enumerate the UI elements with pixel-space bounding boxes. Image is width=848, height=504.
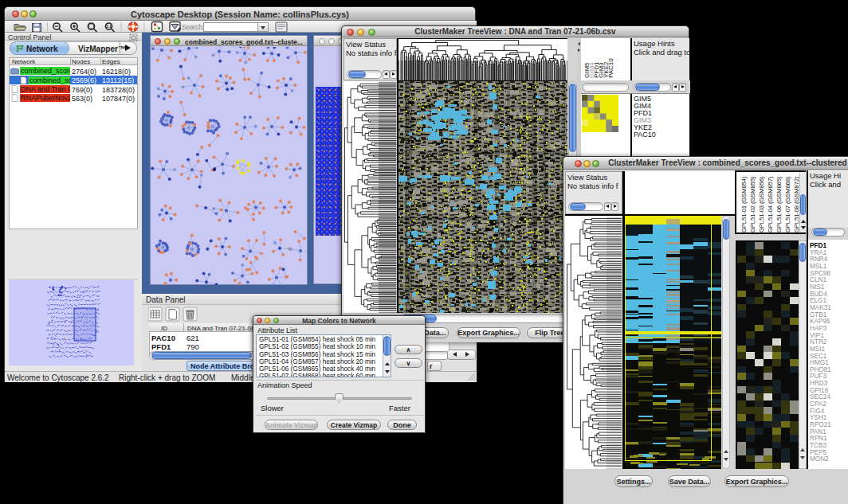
svg-text:1:1: 1:1 [106,24,112,29]
